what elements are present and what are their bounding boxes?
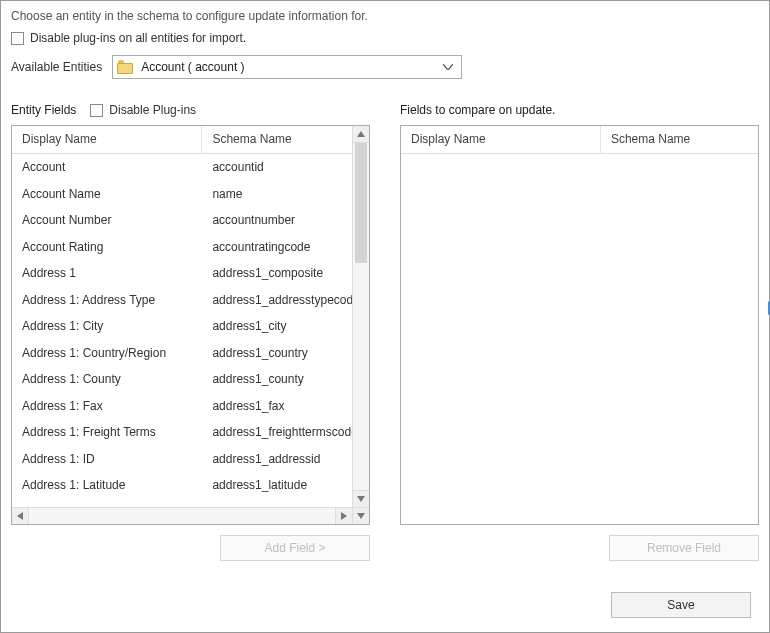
cell-schema-name: address1_addresstypecode bbox=[202, 293, 352, 307]
cell-display-name: Account Rating bbox=[12, 240, 202, 254]
cell-schema-name: address1_freighttermscode bbox=[202, 425, 352, 439]
cell-schema-name: address1_composite bbox=[202, 266, 352, 280]
cell-schema-name: address1_country bbox=[202, 346, 352, 360]
disable-plugins-label: Disable Plug-ins bbox=[109, 103, 196, 117]
vscroll-track[interactable] bbox=[353, 143, 369, 490]
entity-fields-list[interactable]: Display Name Schema Name Accountaccounti… bbox=[11, 125, 370, 525]
cell-display-name: Account Name bbox=[12, 187, 202, 201]
cell-display-name: Address 1: County bbox=[12, 372, 202, 386]
instruction-text: Choose an entity in the schema to config… bbox=[11, 9, 759, 23]
table-row[interactable]: Address 1: Cityaddress1_city bbox=[12, 313, 352, 340]
table-row[interactable]: Account Numberaccountnumber bbox=[12, 207, 352, 234]
remove-field-row: Remove Field bbox=[400, 535, 759, 561]
add-field-button[interactable]: Add Field > bbox=[220, 535, 370, 561]
table-row[interactable]: Address 1: Address Typeaddress1_addresst… bbox=[12, 287, 352, 314]
remove-field-button[interactable]: Remove Field bbox=[609, 535, 759, 561]
dialog-window: Choose an entity in the schema to config… bbox=[0, 0, 770, 633]
header-schema-name[interactable]: Schema Name bbox=[202, 126, 352, 153]
cell-display-name: Address 1 bbox=[12, 266, 202, 280]
cell-display-name: Account Number bbox=[12, 213, 202, 227]
table-row[interactable]: Account Ratingaccountratingcode bbox=[12, 234, 352, 261]
cell-schema-name: accountnumber bbox=[202, 213, 352, 227]
scroll-down-icon[interactable] bbox=[353, 490, 369, 507]
cell-display-name: Address 1: City bbox=[12, 319, 202, 333]
disable-all-row: Disable plug-ins on all entities for imp… bbox=[11, 31, 759, 45]
chevron-down-icon bbox=[439, 64, 457, 70]
cell-schema-name: accountid bbox=[202, 160, 352, 174]
cell-display-name: Address 1: Fax bbox=[12, 399, 202, 413]
table-row[interactable]: Address 1: Freight Termsaddress1_freight… bbox=[12, 419, 352, 446]
cell-schema-name: address1_county bbox=[202, 372, 352, 386]
scroll-right-icon[interactable] bbox=[335, 508, 352, 524]
cell-display-name: Address 1: Country/Region bbox=[12, 346, 202, 360]
table-row[interactable]: Accountaccountid bbox=[12, 154, 352, 181]
table-row[interactable]: Account Namename bbox=[12, 181, 352, 208]
header-display-name[interactable]: Display Name bbox=[12, 126, 202, 153]
entity-fields-title: Entity Fields bbox=[11, 103, 76, 117]
cell-schema-name: accountratingcode bbox=[202, 240, 352, 254]
table-row[interactable]: Address 1: Latitudeaddress1_latitude bbox=[12, 472, 352, 499]
available-entities-label: Available Entities bbox=[11, 60, 102, 74]
table-row[interactable]: Address 1: IDaddress1_addressid bbox=[12, 446, 352, 473]
folder-icon bbox=[117, 60, 133, 74]
entity-fields-header: Entity Fields Disable Plug-ins bbox=[11, 101, 370, 119]
columns: Entity Fields Disable Plug-ins Display N… bbox=[11, 101, 759, 561]
compare-fields-list-header: Display Name Schema Name bbox=[401, 126, 758, 154]
cell-display-name: Address 1: Latitude bbox=[12, 478, 202, 492]
scroll-down-alt-icon[interactable] bbox=[353, 507, 369, 524]
vertical-scrollbar[interactable] bbox=[352, 126, 369, 524]
horizontal-scrollbar[interactable] bbox=[12, 507, 352, 524]
table-row[interactable]: Address 1: Faxaddress1_fax bbox=[12, 393, 352, 420]
entity-combobox-value: Account ( account ) bbox=[141, 60, 439, 74]
vscroll-thumb[interactable] bbox=[355, 143, 367, 263]
cell-display-name: Address 1: Freight Terms bbox=[12, 425, 202, 439]
hscroll-track[interactable] bbox=[29, 508, 335, 524]
compare-fields-header: Fields to compare on update. bbox=[400, 101, 759, 119]
cell-schema-name: address1_latitude bbox=[202, 478, 352, 492]
disable-all-checkbox[interactable] bbox=[11, 32, 24, 45]
entity-fields-list-header: Display Name Schema Name bbox=[12, 126, 352, 154]
save-button[interactable]: Save bbox=[611, 592, 751, 618]
table-row[interactable]: Address 1address1_composite bbox=[12, 260, 352, 287]
compare-fields-list-body bbox=[401, 154, 758, 506]
add-field-row: Add Field > bbox=[11, 535, 370, 561]
footer: Save bbox=[611, 592, 751, 618]
entity-combobox[interactable]: Account ( account ) bbox=[112, 55, 462, 79]
scroll-left-icon[interactable] bbox=[12, 508, 29, 524]
compare-fields-title: Fields to compare on update. bbox=[400, 103, 555, 117]
table-row[interactable]: Address 1: Countyaddress1_county bbox=[12, 366, 352, 393]
entity-fields-column: Entity Fields Disable Plug-ins Display N… bbox=[11, 101, 370, 561]
cell-display-name: Address 1: ID bbox=[12, 452, 202, 466]
cell-display-name: Account bbox=[12, 160, 202, 174]
table-row[interactable]: Address 1: Country/Regionaddress1_countr… bbox=[12, 340, 352, 367]
cell-schema-name: name bbox=[202, 187, 352, 201]
header-schema-name[interactable]: Schema Name bbox=[601, 126, 758, 153]
available-entities-row: Available Entities Account ( account ) bbox=[11, 55, 759, 79]
cell-schema-name: address1_addressid bbox=[202, 452, 352, 466]
scroll-up-icon[interactable] bbox=[353, 126, 369, 143]
compare-fields-list[interactable]: Display Name Schema Name bbox=[400, 125, 759, 525]
cell-schema-name: address1_fax bbox=[202, 399, 352, 413]
cell-schema-name: address1_city bbox=[202, 319, 352, 333]
compare-fields-column: Fields to compare on update. Display Nam… bbox=[400, 101, 759, 561]
entity-fields-list-body: AccountaccountidAccount NamenameAccount … bbox=[12, 154, 352, 506]
header-display-name[interactable]: Display Name bbox=[401, 126, 601, 153]
cell-display-name: Address 1: Address Type bbox=[12, 293, 202, 307]
disable-plugins-checkbox[interactable] bbox=[90, 104, 103, 117]
disable-all-label: Disable plug-ins on all entities for imp… bbox=[30, 31, 246, 45]
